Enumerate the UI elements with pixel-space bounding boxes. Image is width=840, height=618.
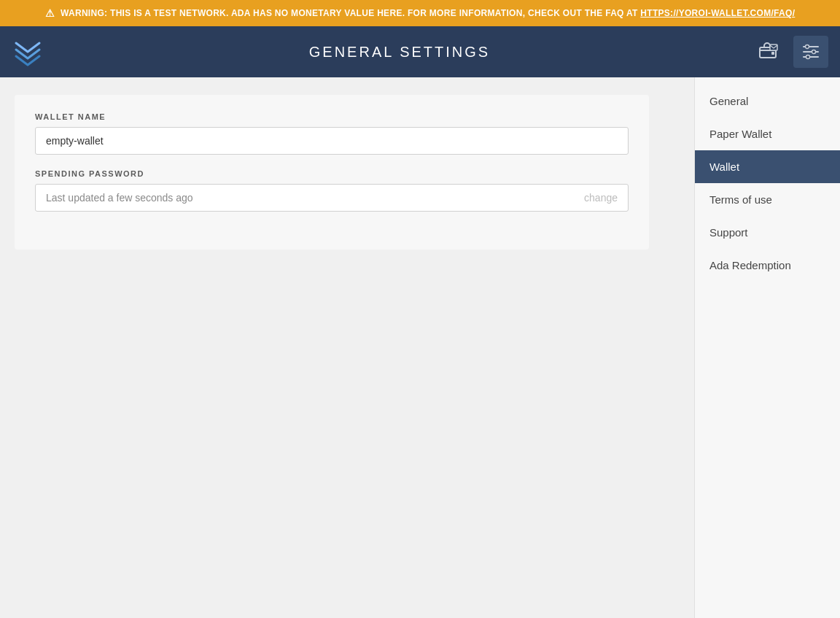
warning-icon: ⚠ — [45, 7, 55, 19]
warning-banner: ⚠ WARNING: THIS IS A TEST NETWORK. ADA H… — [0, 0, 840, 26]
wallet-icon-button[interactable] — [755, 39, 782, 65]
navbar: GENERAL SETTINGS — [0, 26, 840, 77]
svg-rect-1 — [771, 52, 774, 55]
wallet-name-input[interactable] — [35, 127, 629, 155]
svg-point-8 — [806, 55, 809, 59]
svg-rect-2 — [770, 45, 777, 50]
settings-icon — [801, 42, 821, 62]
navbar-actions — [755, 36, 828, 68]
warning-link[interactable]: HTTPS://YOROI-WALLET.COM/FAQ/ — [640, 8, 795, 18]
page-title: GENERAL SETTINGS — [309, 44, 490, 61]
spending-password-field: Last updated a few seconds ago change — [35, 184, 629, 212]
sidebar-item-wallet[interactable]: Wallet — [695, 150, 840, 183]
spending-password-label: SPENDING PASSWORD — [35, 169, 629, 178]
change-password-button[interactable]: change — [584, 192, 618, 204]
sidebar: General Paper Wallet Wallet Terms of use… — [694, 77, 840, 618]
sidebar-item-support[interactable]: Support — [695, 216, 840, 249]
spending-password-group: SPENDING PASSWORD Last updated a few sec… — [35, 169, 629, 212]
wallet-name-label: WALLET NAME — [35, 112, 629, 121]
svg-point-6 — [805, 45, 809, 49]
sidebar-item-paper-wallet[interactable]: Paper Wallet — [695, 117, 840, 150]
warning-text: WARNING: THIS IS A TEST NETWORK. ADA HAS… — [61, 8, 795, 18]
logo[interactable] — [12, 36, 44, 68]
password-status: Last updated a few seconds ago — [46, 192, 193, 204]
settings-card: WALLET NAME SPENDING PASSWORD Last updat… — [15, 95, 649, 250]
wallet-name-group: WALLET NAME — [35, 112, 629, 155]
wallet-icon — [758, 42, 779, 62]
content-area: WALLET NAME SPENDING PASSWORD Last updat… — [0, 77, 694, 618]
svg-point-7 — [812, 50, 815, 54]
sidebar-item-ada-redemption[interactable]: Ada Redemption — [695, 249, 840, 282]
main-layout: WALLET NAME SPENDING PASSWORD Last updat… — [0, 77, 840, 618]
logo-icon — [13, 37, 42, 66]
sidebar-item-general[interactable]: General — [695, 85, 840, 117]
settings-icon-button[interactable] — [793, 36, 828, 68]
sidebar-item-terms-of-use[interactable]: Terms of use — [695, 183, 840, 216]
